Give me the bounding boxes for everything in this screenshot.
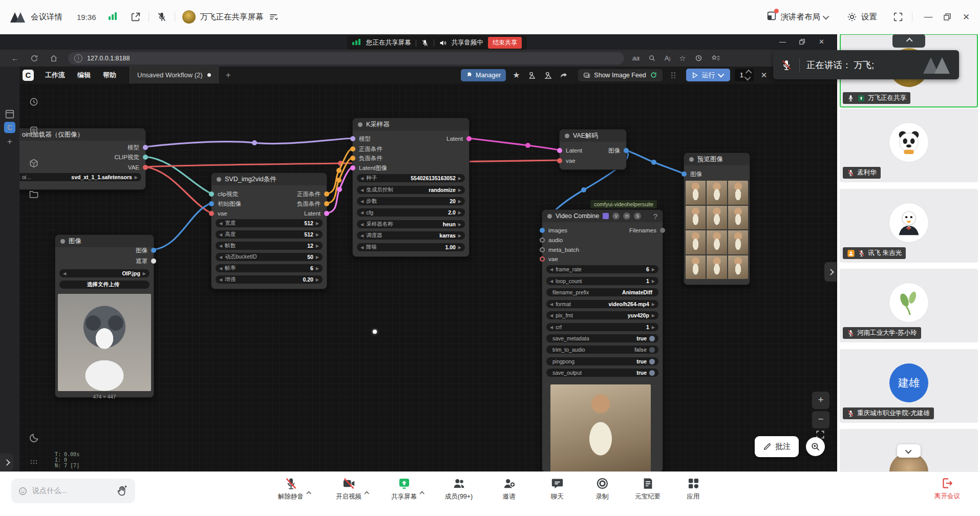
output-port[interactable] xyxy=(324,211,329,216)
comfyui-canvas[interactable]: oint加载器（仅图像）模型CLIP视觉VAE◀oi ..svd_xt_1_1.… xyxy=(19,83,837,471)
settings-button[interactable]: 设置 xyxy=(861,12,877,23)
queue-count-stepper[interactable]: 1 xyxy=(735,69,754,81)
node-title[interactable]: Video CombineVHS? xyxy=(542,210,663,222)
node-library-icon[interactable] xyxy=(29,125,39,136)
right-panel-toggle[interactable] xyxy=(824,262,837,282)
widget-pingpong[interactable]: pingpongtrue xyxy=(546,357,658,365)
output-port[interactable] xyxy=(660,228,665,233)
widget-toggle[interactable] xyxy=(649,347,655,353)
collapse-tab-button[interactable] xyxy=(892,34,925,48)
participant-tile-重庆城市职业学院-尤建雄[interactable]: 建雄重庆城市职业学院-尤建雄 xyxy=(840,349,978,423)
comfyui-tab-favicon[interactable]: C xyxy=(4,122,15,133)
star-icon[interactable]: ★ xyxy=(510,70,522,80)
input-port[interactable] xyxy=(350,165,355,170)
run-button[interactable]: 运行 xyxy=(686,69,730,81)
widget-filename_prefix[interactable]: filename_prefixAnimateDiff xyxy=(546,288,658,296)
node-video-combine[interactable]: comfyui-videohelpersuiteVideo CombineVHS… xyxy=(542,209,663,471)
wire-reroute-dot[interactable] xyxy=(525,143,530,148)
browser-restore-button[interactable] xyxy=(799,39,805,45)
share-list-icon[interactable] xyxy=(268,12,279,22)
widget-高度[interactable]: ◀高度512▶ xyxy=(216,230,323,239)
input-port[interactable] xyxy=(540,247,545,252)
share-arrow-icon[interactable] xyxy=(558,71,569,80)
theme-moon-icon[interactable] xyxy=(29,432,40,443)
favorite-star-icon[interactable]: ☆ xyxy=(679,54,686,63)
participant-tile-河南工业大学-苏小玲[interactable]: 河南工业大学-苏小玲 xyxy=(840,269,978,342)
node-title[interactable]: SVD_img2vid条件 xyxy=(211,173,327,185)
restore-button[interactable] xyxy=(943,13,951,21)
input-port[interactable] xyxy=(350,136,355,141)
widget-pix_fmt[interactable]: ◀pix_fmtyuv420p▶ xyxy=(546,311,658,319)
grid-settings-icon[interactable] xyxy=(29,458,39,468)
clean-workflow-icon[interactable] xyxy=(526,71,538,80)
widget-选择文件上传[interactable]: 选择文件上传 xyxy=(59,281,150,289)
browser-close-button[interactable]: ✕ xyxy=(819,38,824,46)
widget-降噪[interactable]: ◀降噪1.00▶ xyxy=(357,243,465,251)
widget-帧数[interactable]: ◀帧数12▶ xyxy=(216,242,323,250)
widget-save_metadata[interactable]: save_metadatatrue xyxy=(546,334,658,342)
wire-reroute-dot[interactable] xyxy=(581,187,586,192)
workflows-folder-icon[interactable] xyxy=(29,189,39,199)
participant-tile-孟利华[interactable]: 孟利华 xyxy=(840,109,978,182)
menu-工作流[interactable]: 工作流 xyxy=(45,71,65,79)
url-field[interactable]: i 127.0.0.1:8188 xyxy=(68,52,624,64)
fullscreen-icon[interactable] xyxy=(892,11,904,23)
node-title[interactable]: 预览图像 xyxy=(684,153,750,165)
node-collapse-dot[interactable] xyxy=(689,157,694,162)
widget-采样器名称[interactable]: ◀采样器名称heun▶ xyxy=(357,220,465,228)
output-port[interactable] xyxy=(143,155,148,160)
widget-oi ..[interactable]: ◀oi ..svd_xt_1_1.safetensors▶ xyxy=(19,173,141,181)
output-port[interactable] xyxy=(143,145,148,150)
clean-all-icon[interactable] xyxy=(542,71,553,80)
wire-reroute-dot[interactable] xyxy=(336,178,342,183)
annotate-button[interactable]: 批注 xyxy=(755,436,799,457)
widget-种子[interactable]: ◀种子554026135163052▶ xyxy=(357,174,465,182)
input-port[interactable] xyxy=(557,148,562,153)
widget-动态bucketID[interactable]: ◀动态bucketID50▶ xyxy=(216,253,323,261)
input-port[interactable] xyxy=(540,256,545,262)
input-port[interactable] xyxy=(209,191,214,197)
node-svd-img2vid[interactable]: SVD_img2vid条件clip视觉正面条件初始图像负面条件vaeLatent… xyxy=(211,173,327,289)
node-help-icon[interactable]: ? xyxy=(653,212,657,221)
leave-meeting-button[interactable]: 离开会议 xyxy=(934,477,960,501)
read-aloud-icon[interactable]: A) xyxy=(665,55,670,62)
input-port[interactable] xyxy=(209,201,214,206)
workflow-tab[interactable]: Unsaved Workflow (2) xyxy=(130,67,219,83)
participant-tile-more[interactable] xyxy=(840,429,978,471)
widget-loop_count[interactable]: ◀loop_count1▶ xyxy=(546,277,658,285)
drag-dots-icon[interactable] xyxy=(670,72,676,79)
menu-帮助[interactable]: 帮助 xyxy=(103,71,116,79)
site-info-icon[interactable]: i xyxy=(74,54,82,62)
widget-帧率[interactable]: ◀帧率6▶ xyxy=(216,264,323,272)
dock-item-共享屏幕[interactable]: 共享屏幕 xyxy=(376,477,432,501)
show-image-feed-button[interactable]: Show Image Feed xyxy=(578,69,662,81)
input-port[interactable] xyxy=(540,228,545,233)
output-port[interactable] xyxy=(466,136,472,141)
mic-muted-icon[interactable] xyxy=(156,11,167,23)
show-more-participants-button[interactable] xyxy=(897,444,921,458)
gear-icon[interactable] xyxy=(846,11,858,23)
close-button[interactable]: ✕ xyxy=(958,12,974,23)
dock-item-应用[interactable]: 应用 xyxy=(665,477,721,501)
widget-调度器[interactable]: ◀调度器karras▶ xyxy=(357,231,465,240)
new-workflow-button[interactable]: + xyxy=(226,70,231,80)
node-collapse-dot[interactable] xyxy=(358,122,363,127)
widget-toggle[interactable] xyxy=(649,336,655,341)
node-vae-decode[interactable]: VAE解码Latent图像vae xyxy=(559,129,627,170)
comfyui-logo[interactable]: C xyxy=(23,70,34,81)
output-port[interactable] xyxy=(624,148,629,153)
wire-reroute-dot[interactable] xyxy=(336,168,342,173)
output-port[interactable] xyxy=(324,191,329,197)
raise-hand-button[interactable] xyxy=(109,479,135,503)
input-port[interactable] xyxy=(681,171,687,177)
participant-tile-讯飞 朱吉光[interactable]: 讯飞 朱吉光 xyxy=(840,189,978,263)
tab-list-icon[interactable] xyxy=(4,109,15,120)
wire-reroute-dot[interactable] xyxy=(337,187,342,192)
node-ksampler[interactable]: K采样器模型Latent正面条件负面条件Latent图像◀种子554026135… xyxy=(352,118,470,257)
browser-minimize-button[interactable]: — xyxy=(779,38,786,46)
meeting-detail-link[interactable]: 会议详情 xyxy=(31,12,62,23)
input-port[interactable] xyxy=(540,238,545,243)
node-collapse-dot[interactable] xyxy=(565,134,569,138)
minimize-button[interactable]: — xyxy=(921,12,936,22)
run-options-chevron[interactable] xyxy=(718,71,725,78)
